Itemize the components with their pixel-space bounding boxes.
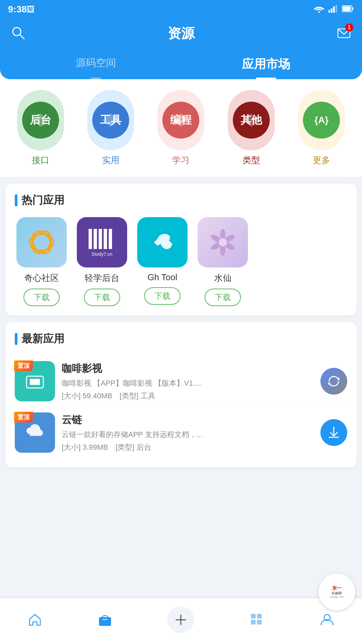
tab-source[interactable]: 源码空间 <box>11 51 181 79</box>
category-tools-icon: 工具 <box>92 102 129 139</box>
svg-line-9 <box>20 35 24 39</box>
category-tools[interactable]: 工具 实用 <box>87 90 134 166</box>
category-more-wrap: {A} <box>298 90 345 150</box>
tab-market[interactable]: 应用市场 <box>181 51 352 79</box>
new-app-yunlian[interactable]: 置顶 云链 云链一款好看的存储APP 支持远程文档，... [大小] 3.99M… <box>15 407 347 458</box>
home-icon <box>28 612 42 627</box>
app-action-yunlian[interactable] <box>320 419 347 446</box>
svg-rect-2 <box>331 8 332 13</box>
download-btn-study[interactable]: 下载 <box>84 289 120 306</box>
svg-rect-7 <box>343 6 351 11</box>
category-coding-wrap: 编程 <box>157 90 204 150</box>
download-btn-shuixian[interactable]: 下载 <box>205 289 241 306</box>
app-item-shuixian[interactable]: 水仙 下载 <box>196 217 250 306</box>
category-tools-label: 实用 <box>102 154 119 166</box>
app-icon-ghtool <box>137 217 188 267</box>
category-coding-label: 学习 <box>172 154 190 166</box>
mail-button[interactable]: 1 <box>337 26 351 41</box>
svg-rect-29 <box>257 614 262 618</box>
app-name-yunlian: 云链 <box>62 413 314 427</box>
battery-icon <box>342 5 354 14</box>
latest-section-title-bar <box>15 333 17 345</box>
new-app-kafei[interactable]: 置顶 咖啡影视 咖啡影视 【APP】咖啡影视 【版本】V1.... [大小] 5… <box>15 356 347 407</box>
category-backend[interactable]: 后台 接口 <box>17 90 64 166</box>
category-backend-icon: 后台 <box>22 102 59 139</box>
app-name-shuixian: 水仙 <box>214 272 231 284</box>
nav-add[interactable] <box>161 604 201 636</box>
watermark-text: 东一 机械网 mdzgjx.com <box>330 585 344 599</box>
svg-rect-1 <box>328 10 330 13</box>
app-name-ghtool: Gh Tool <box>147 272 177 283</box>
hot-apps-title-text: 热门应用 <box>21 193 64 208</box>
download-btn-qixin[interactable]: 下载 <box>23 289 60 306</box>
app-item-ghtool[interactable]: Gh Tool 下载 <box>136 217 189 306</box>
status-bar: 9:38 🖼 <box>0 0 362 19</box>
app-icon-study: Study7.cn <box>77 217 127 267</box>
app-item-qixin[interactable]: 奇心社区 下载 <box>15 217 68 306</box>
category-more[interactable]: {A} 更多 <box>298 90 345 166</box>
category-other-label: 类型 <box>243 154 260 166</box>
header: 资源 1 源码空间 应用市场 <box>0 19 362 79</box>
nav-profile[interactable] <box>313 610 341 630</box>
page-title: 资源 <box>25 24 337 43</box>
svg-rect-27 <box>102 619 108 620</box>
app-desc-yunlian: 云链一款好看的存储APP 支持远程文档，... <box>62 430 229 440</box>
category-more-icon-text: {A} <box>314 115 328 126</box>
hot-apps-title: 热门应用 <box>15 193 347 208</box>
bottom-nav <box>0 598 362 644</box>
app-info-yunlian: 云链 云链一款好看的存储APP 支持远程文档，... [大小] 3.99MB [… <box>62 413 314 452</box>
category-other-icon: 其他 <box>233 102 270 139</box>
category-backend-label: 接口 <box>32 154 49 166</box>
latest-apps-title-text: 最新应用 <box>21 332 64 346</box>
svg-point-0 <box>318 11 320 13</box>
app-item-study[interactable]: Study7.cn 轻学后台 下载 <box>75 217 129 306</box>
category-other-wrap: 其他 <box>228 90 275 150</box>
category-section: 后台 接口 工具 实用 <box>0 79 362 177</box>
svg-rect-3 <box>333 6 335 13</box>
app-meta-kafei: [大小] 59.40MB [类型] 工具 <box>62 391 314 401</box>
nav-home[interactable] <box>21 610 49 630</box>
top-badge-yunlian: 置顶 <box>14 412 33 423</box>
add-button[interactable] <box>167 606 194 633</box>
category-coding[interactable]: 编程 学习 <box>157 90 204 166</box>
image-icon: 🖼 <box>27 5 35 14</box>
app-icon-shuixian <box>198 217 248 267</box>
app-action-kafei[interactable] <box>320 368 347 395</box>
nav-apps[interactable] <box>243 610 271 630</box>
app-meta-yunlian: [大小] 3.99MB [类型] 后台 <box>62 442 314 452</box>
tabs-container: 源码空间 应用市场 <box>11 51 351 79</box>
category-other[interactable]: 其他 类型 <box>228 90 275 166</box>
mail-badge: 1 <box>345 23 353 32</box>
search-button[interactable] <box>11 26 25 41</box>
svg-rect-30 <box>251 620 256 625</box>
latest-apps-title: 最新应用 <box>15 332 347 346</box>
hot-apps-section: 热门应用 奇心社区 下载 <box>5 184 357 315</box>
category-tools-text: 工具 <box>100 113 121 128</box>
latest-apps-section: 最新应用 置顶 咖啡影视 咖啡影视 【APP】咖啡影视 【版本】V1.... [… <box>5 322 357 467</box>
hot-apps-list: 奇心社区 下载 Study7.cn 轻学后台 下载 <box>15 217 347 306</box>
svg-text:Study7.cn: Study7.cn <box>92 251 112 257</box>
header-wrapper: 资源 1 源码空间 应用市场 <box>0 19 362 79</box>
svg-rect-4 <box>335 5 337 13</box>
category-coding-icon: 编程 <box>162 102 199 139</box>
app-icon-qixin <box>16 217 67 267</box>
category-other-text: 其他 <box>241 113 262 128</box>
category-coding-text: 编程 <box>170 113 192 128</box>
download-btn-ghtool[interactable]: 下载 <box>144 287 180 305</box>
tab-market-indicator <box>256 78 276 79</box>
category-more-label: 更多 <box>313 154 330 166</box>
header-top: 资源 1 <box>11 24 351 43</box>
content-area: 热门应用 奇心社区 下载 <box>0 177 362 521</box>
svg-rect-23 <box>30 379 40 385</box>
apps-icon <box>250 612 264 627</box>
app-name-qixin: 奇心社区 <box>24 272 59 284</box>
nav-market[interactable] <box>91 610 119 630</box>
bottom-spacer <box>5 474 357 514</box>
app-icon-yunlian: 置顶 <box>15 412 55 453</box>
category-tools-wrap: 工具 <box>87 90 134 150</box>
app-name-study: 轻学后台 <box>85 272 119 284</box>
app-desc-kafei: 咖啡影视 【APP】咖啡影视 【版本】V1.... <box>62 378 229 388</box>
svg-point-21 <box>219 238 227 246</box>
category-more-icon: {A} <box>303 102 340 139</box>
svg-rect-6 <box>352 7 353 10</box>
